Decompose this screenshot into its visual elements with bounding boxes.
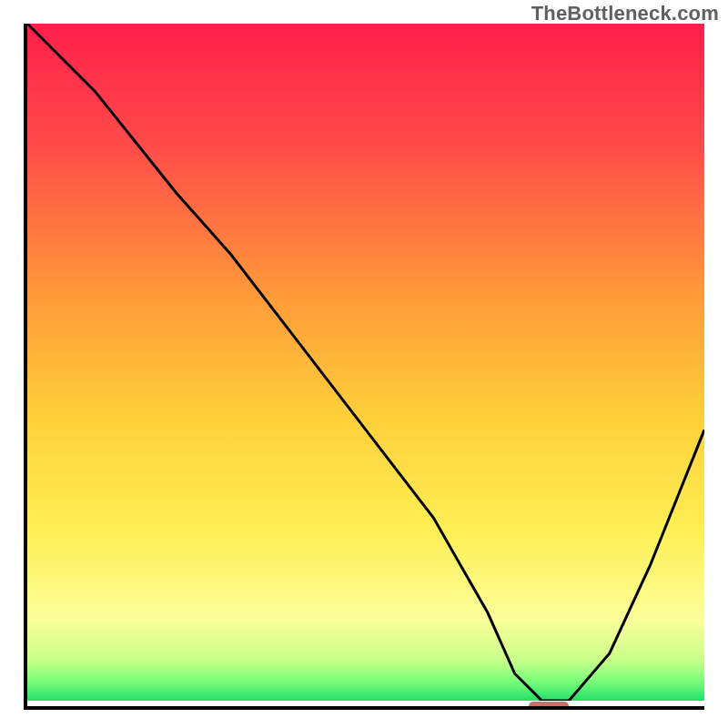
plot-area bbox=[24, 24, 704, 710]
bottleneck-curve bbox=[27, 24, 704, 701]
watermark-text: TheBottleneck.com bbox=[531, 2, 719, 25]
optimal-marker bbox=[529, 702, 570, 710]
chart-stage: TheBottleneck.com bbox=[0, 0, 728, 728]
